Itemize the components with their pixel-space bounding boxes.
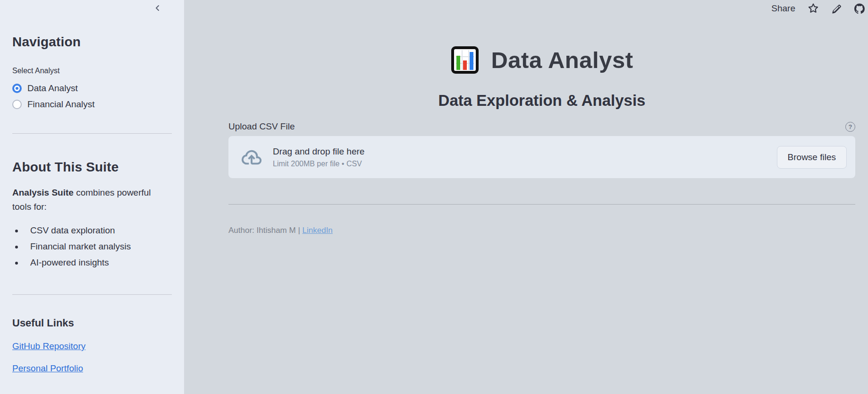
select-analyst-label: Select Analyst (12, 66, 172, 76)
author-text: Author: Ihtisham M | (228, 226, 303, 235)
app-toolbar: Share (771, 3, 865, 14)
radio-label: Financial Analyst (27, 99, 95, 110)
star-icon[interactable] (808, 3, 818, 14)
bar-chart-emoji-icon (450, 45, 480, 75)
file-limit-text: Limit 200MB per file • CSV (273, 159, 364, 169)
github-repository-link[interactable]: GitHub Repository (12, 341, 172, 352)
content-divider (228, 204, 855, 205)
list-item: CSV data exploration (24, 223, 172, 239)
sidebar-divider (12, 294, 172, 295)
cloud-upload-icon (241, 146, 262, 168)
upload-csv-label: Upload CSV File (228, 121, 295, 132)
personal-portfolio-link[interactable]: Personal Portfolio (12, 363, 172, 374)
file-uploader-dropzone[interactable]: Drag and drop file here Limit 200MB per … (228, 136, 855, 178)
share-button[interactable]: Share (771, 3, 795, 14)
upload-label-row: Upload CSV File ? (228, 121, 855, 132)
page-title: Data Analyst (491, 45, 633, 75)
help-icon[interactable]: ? (845, 122, 855, 132)
author-caption: Author: Ihtisham M | LinkedIn (228, 225, 855, 236)
github-icon[interactable] (854, 3, 865, 14)
dropzone-texts: Drag and drop file here Limit 200MB per … (273, 146, 364, 169)
sidebar-divider (12, 133, 172, 134)
sidebar-collapse-button[interactable] (150, 1, 165, 16)
title-row: Data Analyst (228, 45, 855, 75)
main-area: Share Data (184, 0, 868, 394)
pencil-icon[interactable] (831, 3, 842, 14)
about-heading: About This Suite (12, 159, 172, 175)
list-item: Financial market analysis (24, 239, 172, 255)
page-subtitle: Data Exploration & Analysis (228, 91, 855, 111)
radio-data-analyst[interactable]: Data Analyst (12, 82, 172, 94)
browse-files-button[interactable]: Browse files (777, 146, 847, 169)
about-paragraph: Analysis Suite combines powerful tools f… (12, 186, 172, 214)
radio-label: Data Analyst (27, 83, 78, 94)
sidebar-nav-heading: Navigation (12, 34, 172, 50)
analyst-radio-group: Data Analyst Financial Analyst (12, 82, 172, 111)
about-bold-text: Analysis Suite (12, 188, 74, 197)
about-bullet-list: CSV data exploration Financial market an… (12, 223, 172, 271)
useful-links-heading: Useful Links (12, 317, 172, 330)
radio-unselected-icon[interactable] (12, 100, 22, 109)
radio-financial-analyst[interactable]: Financial Analyst (12, 98, 172, 111)
linkedin-link[interactable]: LinkedIn (303, 226, 333, 235)
list-item: AI-powered insights (24, 255, 172, 271)
sidebar: Navigation Select Analyst Data Analyst F… (0, 0, 184, 394)
chevron-left-icon (154, 4, 161, 13)
radio-selected-icon[interactable] (12, 84, 22, 93)
drag-drop-text: Drag and drop file here (273, 146, 364, 157)
main-content: Data Analyst Data Exploration & Analysis… (228, 0, 855, 236)
